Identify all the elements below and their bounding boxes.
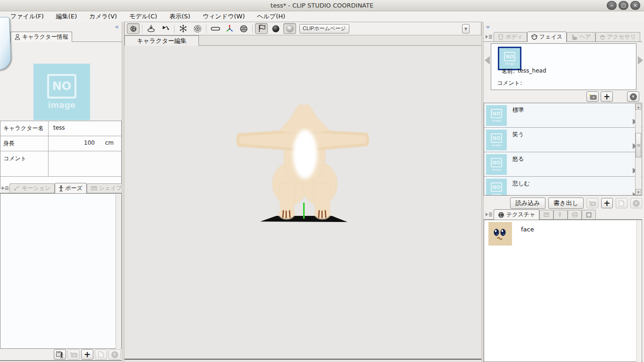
delete-head-button[interactable]: ✕ (627, 91, 639, 102)
head-info-box: NO image 名前: tess_head コメント: (491, 43, 636, 90)
menu-file[interactable]: ファイル(F) (5, 11, 50, 22)
tab-body[interactable]: ボディ (494, 32, 527, 41)
next-head-arrow[interactable] (638, 56, 643, 65)
tab-accessory[interactable]: アクセサリ (595, 32, 640, 41)
head-name-value[interactable]: tess_head (518, 67, 546, 74)
tab-hair-label: ヘア (579, 33, 591, 41)
clip-logo-button[interactable] (127, 23, 140, 34)
height-value[interactable]: 100 (53, 140, 95, 151)
previous-head-arrow[interactable] (485, 56, 490, 65)
delete-expression-button[interactable]: ✕ (630, 198, 642, 208)
target-tool-icon (193, 25, 202, 33)
texture-scrollbar[interactable] (636, 221, 641, 362)
expression-row-angry[interactable]: NOimage 怒る (484, 152, 642, 177)
texture-item-face[interactable] (488, 222, 512, 246)
tab-material[interactable] (568, 210, 582, 219)
parts-column: » ボディ フェイス ヘア アクセサリ (484, 22, 644, 362)
tab-face[interactable]: フェイス (527, 32, 567, 42)
comment-value[interactable] (49, 151, 121, 176)
app-window: tess* - CLIP STUDIO COORDINATE － □ ✕ ファイ… (0, 0, 644, 362)
close-button[interactable]: ✕ (630, 1, 640, 10)
scrollbar-thumb[interactable] (636, 133, 641, 157)
load-button[interactable]: 読み込み (510, 197, 545, 209)
shade-light-button[interactable] (283, 23, 296, 34)
menu-view[interactable]: 表示(S) (164, 11, 196, 22)
tab-shape[interactable]: シェイプ (87, 183, 126, 193)
register-pose-button[interactable] (54, 349, 66, 360)
shade-dark-button[interactable] (269, 23, 282, 34)
flag-tool-button[interactable] (255, 23, 268, 34)
expression-row-laugh[interactable]: NOimage 笑う (484, 128, 642, 152)
person-icon (15, 34, 20, 40)
height-label: 身長 (0, 136, 49, 151)
target-tool-button[interactable] (191, 23, 204, 34)
maximize-button[interactable]: □ (619, 1, 628, 10)
collapse-left-panel-button[interactable]: « (113, 23, 121, 31)
shape-icon (91, 186, 97, 191)
clip-homepage-button[interactable]: CLIPホームページ (299, 24, 349, 33)
head-snapshot-button[interactable] (586, 91, 599, 102)
tab-motion[interactable]: モーション (9, 183, 55, 193)
menu-edit[interactable]: 編集(E) (50, 11, 83, 22)
selected-head-thumbnail[interactable]: NO image (498, 47, 521, 70)
tab-character-info[interactable]: キャラクター情報 (10, 32, 72, 42)
export-button[interactable]: 書き出し (548, 197, 584, 209)
menu-camera[interactable]: カメラ(V) (83, 11, 123, 22)
tab-character-edit[interactable]: キャラクター編集 (124, 35, 199, 46)
tab-paint[interactable] (553, 210, 568, 219)
joint-tool-button[interactable] (177, 23, 190, 34)
head-name-label: 名前: (502, 67, 515, 75)
texture-panel: テクスチャ (484, 209, 644, 362)
head-button-row: + ✕ (484, 91, 642, 102)
expand-right-panel-button[interactable]: » (484, 23, 492, 31)
tab-uv[interactable] (539, 210, 553, 219)
delete-pose-button[interactable]: ✕ (108, 349, 121, 360)
tab-character-info-label: キャラクター情報 (22, 33, 68, 41)
page-curl-collapsed-palette[interactable] (0, 17, 11, 70)
duplicate-expression-button[interactable] (616, 198, 627, 208)
add-pose-button[interactable]: + (81, 349, 93, 360)
tab-pose[interactable]: ポーズ (55, 183, 87, 193)
scroll-down-button[interactable]: ▼ (636, 189, 641, 195)
add-expression-button[interactable]: + (601, 198, 613, 208)
menu-help[interactable]: ヘルプ(H) (251, 11, 291, 22)
menu-model[interactable]: モデル(C) (124, 11, 163, 22)
duplicate-pose-button[interactable] (95, 349, 107, 360)
minimize-button[interactable]: － (607, 1, 617, 10)
expression-row-standard[interactable]: NOimage 標準 (484, 103, 642, 128)
plus-icon: + (603, 93, 610, 101)
expression-row-sad[interactable]: NOimage 悲しむ (484, 177, 642, 196)
panel-menu-icon[interactable] (485, 33, 493, 41)
uv-shape-icon (544, 212, 549, 217)
pose-list[interactable] (0, 193, 122, 349)
window-title: tess* - CLIP STUDIO COORDINATE (271, 2, 373, 9)
menu-window[interactable]: ウィンドウ(W) (197, 11, 251, 22)
character-info-column: « キャラクター情報 NO image キャラクター名 tess 身 (0, 22, 122, 362)
wire-sphere-button[interactable] (237, 23, 250, 34)
scroll-up-button[interactable]: ▲ (636, 104, 641, 110)
expression-snapshot-button[interactable] (586, 198, 598, 208)
rotate-model-button[interactable] (159, 23, 172, 34)
viewport-3d[interactable] (124, 46, 481, 360)
expression-scrollbar[interactable]: ▲ ▼ (635, 104, 641, 195)
bone-tool-button[interactable] (209, 23, 222, 34)
toolbar-overflow-dropdown[interactable]: ▼ (462, 24, 470, 33)
tab-preview[interactable] (582, 210, 596, 219)
place-model-button[interactable] (145, 23, 157, 34)
tab-hair[interactable]: ヘア (567, 32, 595, 41)
panel-menu-icon[interactable] (2, 184, 8, 192)
move-axis-button[interactable] (223, 23, 236, 34)
character-name-value[interactable]: tess (49, 121, 121, 136)
pose-list-scrollbar[interactable] (116, 194, 121, 349)
expression-label: 悲しむ (512, 180, 530, 188)
character-thumbnail[interactable]: NO image (33, 64, 90, 120)
tab-texture[interactable]: テクスチャ (494, 209, 539, 220)
expression-thumbnail: NOimage (486, 179, 507, 196)
panel-menu-icon[interactable] (485, 211, 493, 218)
character-info-tabrow: キャラクター情報 (0, 32, 122, 42)
clip-logo-icon (129, 25, 138, 33)
add-head-button[interactable]: + (601, 91, 613, 102)
move-axis-icon (225, 25, 234, 33)
character-info-panel: NO image キャラクター名 tess 身長 100 cm コメント (0, 42, 122, 205)
snapshot-button[interactable] (67, 349, 80, 360)
